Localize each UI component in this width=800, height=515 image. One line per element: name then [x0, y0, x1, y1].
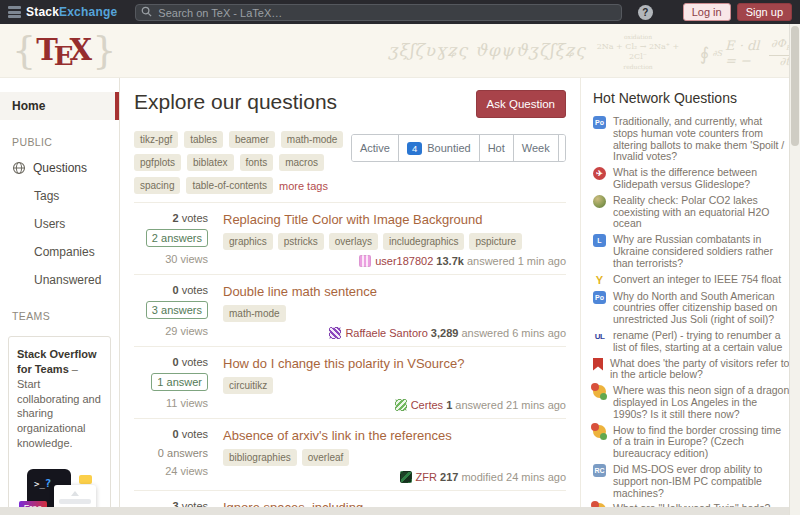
tag-pill[interactable]: overlays [329, 233, 378, 250]
hot-question-link[interactable]: What does 'the party of visitors refer t… [610, 358, 790, 382]
question-user-line: Certes 1 answered 21 mins ago [223, 394, 566, 411]
tex-stackexchange-page: StackExchange ? Log in Sign up ʒξʃζʋɣʑς … [0, 0, 800, 515]
medal-icon: Y [593, 274, 606, 287]
tag-pill[interactable]: tikz-pgf [134, 131, 178, 148]
left-sidebar: Home PUBLIC Questions Tags Users Compani… [0, 78, 120, 515]
tag-pill[interactable]: math-mode [223, 305, 286, 322]
avatar[interactable] [400, 471, 412, 483]
user-link[interactable]: user187802 [375, 255, 433, 267]
question-title-link[interactable]: Double line math sentence [223, 284, 566, 299]
tag-pill[interactable]: spacing [134, 177, 180, 194]
tag-pill[interactable]: macros [279, 154, 324, 171]
tag-pill[interactable]: table-of-contents [186, 177, 273, 194]
tag-pill[interactable]: pstricks [278, 233, 324, 250]
chem-equation: 2Na + Cl₂ → 2Na⁺ + 2Cl⁻ [597, 42, 680, 61]
main-column: Explore our questions Ask Question tikz-… [120, 78, 580, 515]
speech-bubble-po-icon: Po [593, 116, 606, 129]
tag-pill[interactable]: overleaf [302, 449, 350, 466]
tag-pill[interactable]: includegraphics [383, 233, 465, 250]
question-user-line: ZFR 217 modified 24 mins ago [223, 466, 566, 483]
sign-up-button[interactable]: Sign up [737, 3, 792, 21]
sidebar-item-tags[interactable]: Tags [0, 182, 119, 210]
hot-question-link[interactable]: Did MS-DOS ever drop ability to support … [613, 464, 790, 499]
question-summary: Double line math sentence math-mode Raff… [223, 284, 566, 339]
tag-pill[interactable]: graphics [223, 233, 273, 250]
hot-question-link[interactable]: What is the difference between Glidepath… [613, 167, 790, 191]
top-bar: StackExchange ? Log in Sign up [0, 0, 800, 24]
tag-pill[interactable]: circuitikz [223, 377, 273, 394]
tag-pill[interactable]: beamer [229, 131, 275, 148]
log-in-button[interactable]: Log in [683, 3, 731, 21]
brand-text: StackExchange [26, 5, 117, 19]
user-link[interactable]: ZFR [416, 471, 437, 483]
site-switcher-icon[interactable] [659, 6, 673, 18]
question-title-link[interactable]: Absence of arxiv's link in the reference… [223, 428, 566, 443]
view-count: 11 views [134, 397, 208, 409]
help-icon[interactable]: ? [638, 5, 653, 20]
vote-count: 0 votes [134, 284, 208, 296]
activity-meta: modified 24 mins ago [461, 471, 566, 483]
question-title-link[interactable]: How do I change this polarity in VSource… [223, 356, 566, 371]
answer-count-badge[interactable]: 3 answers [146, 301, 208, 319]
search-input[interactable] [135, 4, 621, 21]
filter-bountied-button[interactable]: 4Bountied [398, 135, 479, 161]
hot-question-link[interactable]: How to find the border crossing time of … [613, 425, 790, 460]
avatar[interactable] [395, 399, 407, 411]
question-title-link[interactable]: Replacing Title Color with Image Backgro… [223, 212, 566, 227]
hot-question-link[interactable]: Why do North and South American countrie… [613, 291, 790, 326]
filter-hot-button[interactable]: Hot [479, 135, 513, 161]
answer-count-badge[interactable]: 1 answer [151, 373, 208, 391]
hot-question-link[interactable]: Convert an integer to IEEE 754 float [613, 274, 781, 287]
filter-month-button[interactable]: Month [558, 135, 566, 161]
sidebar-item-users[interactable]: Users [0, 210, 119, 238]
terminal-question-mark: ? [45, 477, 52, 490]
user-link[interactable]: Certes [411, 399, 443, 411]
tex-site-logo[interactable]: { T E X } [12, 28, 116, 72]
tag-pill[interactable]: bibliographies [223, 449, 297, 466]
question-tags: math-mode [223, 305, 566, 322]
avatar[interactable] [329, 327, 341, 339]
question-summary: Absence of arxiv's link in the reference… [223, 428, 566, 483]
hot-question-link[interactable]: Reality check: Polar CO2 lakes coexistin… [613, 195, 790, 230]
teams-promo-text: Stack Overflow for Teams – Start collabo… [17, 347, 102, 451]
public-section-label: PUBLIC [0, 120, 119, 154]
maxwell-equation-decoration: ∮∂S E · dl = − ∂ΦB,S ∂t [700, 38, 800, 68]
ask-question-button[interactable]: Ask Question [476, 90, 566, 118]
hot-network-questions-panel: Hot Network Questions Po Traditionally, … [580, 78, 800, 515]
question-tags: bibliographies overleaf [223, 449, 566, 466]
tag-pill[interactable]: math-mode [281, 131, 344, 148]
hot-question-link[interactable]: rename (Perl) - trying to renumber a lis… [613, 330, 790, 354]
filter-week-button[interactable]: Week [513, 135, 558, 161]
scrollbar-thumb[interactable] [791, 26, 799, 146]
view-count: 24 views [134, 465, 208, 477]
stackexchange-logo[interactable]: StackExchange [8, 5, 117, 19]
sidebar-item-companies[interactable]: Companies [0, 238, 119, 266]
tag-pill[interactable]: fonts [240, 154, 274, 171]
tag-pill[interactable]: tables [184, 131, 223, 148]
activity-meta: answered 1 min ago [467, 255, 566, 267]
ul-letters-icon: UL [593, 330, 606, 343]
oxidation-label: oxidation [592, 32, 684, 42]
question-stats: 0 votes 0 answers 24 views [134, 428, 208, 483]
hot-question-link[interactable]: Where was this neon sign of a dragon dis… [613, 385, 790, 420]
answer-count-badge[interactable]: 2 answers [146, 229, 208, 247]
avatar[interactable] [359, 255, 371, 267]
filter-active-button[interactable]: Active [352, 135, 398, 161]
tag-pill[interactable]: pgfplots [134, 154, 181, 171]
user-link[interactable]: Raffaele Santoro [345, 327, 427, 339]
frac-top: ∂Φ [771, 37, 786, 50]
tag-pill[interactable]: pspicture [469, 233, 522, 250]
hot-question-link[interactable]: Why are Russian combatants in Ukraine co… [613, 234, 790, 269]
filter-button-group: Active 4Bountied Hot Week Month [351, 134, 566, 162]
tag-pill[interactable]: biblatex [187, 154, 233, 171]
sidebar-item-unanswered[interactable]: Unanswered [0, 266, 119, 294]
hot-question-link[interactable]: Traditionally, and currently, what stops… [613, 116, 790, 163]
scrollbar[interactable] [789, 24, 800, 515]
tag-cloud: tikz-pgf tables beamer math-mode pgfplot… [134, 131, 351, 194]
logo-left-brace: { [12, 28, 36, 72]
sidebar-item-home[interactable]: Home [0, 92, 119, 120]
script-decoration: ʒξʃζʋɣʑς ϑφψϑʒζʃξʑς [388, 40, 586, 60]
sidebar-item-questions[interactable]: Questions [0, 154, 119, 182]
more-tags-link[interactable]: more tags [279, 180, 328, 192]
integral-sign: ∮ [700, 43, 709, 64]
